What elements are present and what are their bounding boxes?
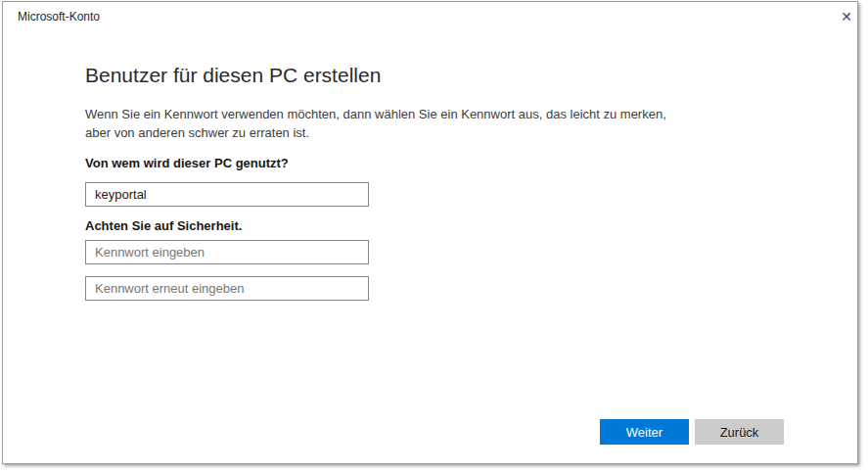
password-confirm-input[interactable] bbox=[85, 276, 369, 301]
footer-buttons: Weiter Zurück bbox=[600, 419, 784, 445]
username-label: Von wem wird dieser PC genutzt? bbox=[85, 156, 289, 170]
titlebar: Microsoft-Konto ✕ bbox=[3, 2, 857, 31]
security-label: Achten Sie auf Sicherheit. bbox=[85, 218, 242, 233]
page-subtitle: Wenn Sie ein Kennwort verwenden möchten,… bbox=[85, 105, 666, 142]
page-title: Benutzer für diesen PC erstellen bbox=[85, 64, 381, 87]
next-button[interactable]: Weiter bbox=[600, 419, 689, 445]
subtitle-line-1: Wenn Sie ein Kennwort verwenden möchten,… bbox=[85, 105, 666, 123]
close-icon: ✕ bbox=[841, 10, 852, 24]
back-button[interactable]: Zurück bbox=[695, 419, 784, 445]
username-input[interactable] bbox=[85, 182, 369, 207]
window-title: Microsoft-Konto bbox=[18, 2, 100, 31]
close-button[interactable]: ✕ bbox=[836, 2, 857, 31]
subtitle-line-2: aber von anderen schwer zu erraten ist. bbox=[85, 123, 666, 142]
password-input[interactable] bbox=[85, 240, 369, 264]
microsoft-account-dialog: Microsoft-Konto ✕ Benutzer für diesen PC… bbox=[2, 1, 858, 464]
